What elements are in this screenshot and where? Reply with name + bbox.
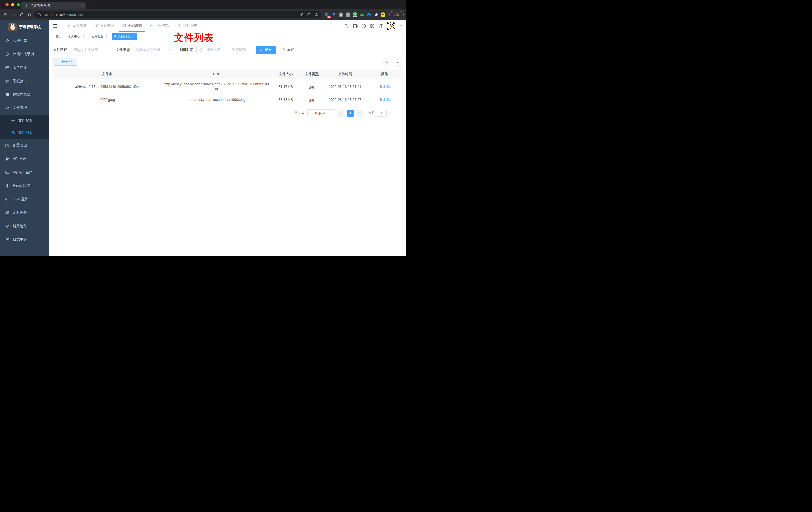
search-button[interactable]: 搜索 [256, 46, 276, 54]
tag-home[interactable]: 首页 [53, 33, 64, 40]
extension-puzzle-icon[interactable] [374, 12, 378, 17]
sidebar-item-java-monitor[interactable]: Java 监控 [0, 192, 49, 206]
sidebar-item-form-builder[interactable]: 表单构建 [0, 61, 49, 74]
topnav-system-management[interactable]: 系统管理 [63, 20, 90, 32]
goto-page-input[interactable] [377, 110, 386, 117]
app-logo[interactable]: 芋道管理系统 [0, 20, 49, 34]
tag-file-config[interactable]: 文件配置 [89, 33, 111, 40]
file-management-submenu: 文件配置 文件列表 [0, 115, 49, 139]
sidebar-item-mysql-monitor[interactable]: MySQL 监控 [0, 165, 49, 179]
url-host: 127.0.0.1:1024 [43, 13, 66, 17]
page-size-select[interactable]: 10条/页 [308, 110, 335, 117]
cell-file-type: jpg [299, 79, 324, 94]
back-button[interactable] [2, 11, 9, 18]
file-path-input[interactable] [70, 46, 112, 54]
user-avatar[interactable] [387, 22, 396, 30]
sidebar-item-scheduled-tasks[interactable]: 定时任务 [0, 206, 49, 219]
tag-profile[interactable]: 个人中心 [66, 33, 87, 40]
goto-page: 前往 页 [368, 110, 392, 117]
col-file-size: 文件大小 [271, 69, 299, 79]
sidebar-item-db-doc[interactable]: 数据库文档 [0, 88, 49, 101]
next-page-button[interactable] [356, 110, 364, 117]
fullscreen-icon[interactable] [370, 24, 375, 28]
site-info-icon[interactable] [37, 13, 41, 17]
sidebar-item-file-config[interactable]: 文件配置 [0, 115, 49, 127]
col-url: URL [162, 69, 272, 79]
extensions-area: 11 y [325, 12, 385, 17]
browser-toolbar: 127.0.0.1:1024/infra/file/file 11 y 更新 [0, 9, 406, 20]
sidebar-collapse-button[interactable] [49, 20, 61, 32]
password-key-icon[interactable] [299, 13, 303, 17]
share-icon[interactable] [307, 13, 311, 17]
extension-star-icon[interactable] [359, 12, 364, 17]
browser-window: 芋道管理系统 ✕ + 127.0.0.1:1024/infra/file/fil… [0, 0, 406, 256]
sidebar-item-file-management[interactable]: 文件管理 [0, 101, 49, 115]
topnav-workflow[interactable]: 工作流程 [146, 20, 173, 32]
extension-command-icon[interactable] [339, 12, 343, 17]
sidebar-item-redis-monitor[interactable]: Redis 监控 [0, 179, 49, 192]
close-icon[interactable] [105, 35, 108, 38]
cloud-download-icon [5, 106, 9, 110]
extension-gem-icon[interactable] [332, 12, 337, 17]
cell-file-name: 1000.jpeg [53, 94, 162, 105]
extension-eye-icon[interactable] [367, 12, 371, 17]
file-type-select[interactable]: 请选择文件类型 [133, 46, 175, 54]
sidebar-item-log-center[interactable]: 日志中心 [0, 233, 49, 246]
prev-page-button[interactable] [338, 110, 344, 117]
delete-button[interactable]: 删除 [379, 84, 390, 89]
forward-button[interactable] [10, 11, 17, 18]
toggle-search-button[interactable] [383, 58, 391, 66]
font-size-icon[interactable] [378, 24, 383, 28]
topnav-infrastructure[interactable]: 基础设施 [119, 20, 145, 32]
end-date-placeholder: 结束日期 [229, 48, 249, 52]
timer-icon [5, 211, 9, 215]
help-icon[interactable] [361, 24, 366, 28]
delete-button[interactable]: 删除 [379, 97, 390, 102]
cell-file-size: 33.33 KB [271, 94, 299, 105]
extension-v-icon[interactable]: y [353, 12, 357, 17]
sidebar-item-code-gen[interactable]: 代码生成 [0, 34, 49, 48]
caret-down-icon[interactable] [400, 24, 403, 27]
search-icon[interactable] [344, 24, 349, 28]
reset-button[interactable]: 重置 [278, 46, 298, 54]
chevron-down-icon [42, 157, 46, 160]
close-window-button[interactable] [5, 3, 9, 6]
total-count: 共 2 条 [294, 111, 304, 115]
sidebar-item-file-list[interactable]: 文件列表 [0, 127, 49, 139]
browser-menu-icon[interactable] [401, 13, 401, 17]
extension-emoji-icon[interactable] [381, 12, 385, 17]
sidebar-item-config-management[interactable]: 配置管理 [0, 139, 49, 152]
zoom-window-button[interactable] [17, 3, 20, 6]
sidebar-item-code-demo[interactable]: 代码生成示例 [0, 48, 49, 61]
sidebar-item-tracing[interactable]: 链路追踪 [0, 219, 49, 233]
bookmark-star-icon[interactable] [315, 13, 319, 17]
sidebar-item-api-log[interactable]: API 日志 [0, 152, 49, 165]
date-range-picker[interactable]: 开始日期 - 结束日期 [196, 46, 251, 54]
sidebar-menu: 代码生成 代码生成示例 表单构建 系统接口 数据库文档 文件管理 文件配置 文件… [0, 34, 49, 256]
refresh-table-button[interactable] [394, 58, 402, 66]
close-icon[interactable] [132, 35, 135, 38]
minimize-window-button[interactable] [11, 3, 14, 6]
extension-tabs-icon[interactable]: 11 [325, 12, 329, 17]
home-button[interactable] [26, 11, 33, 18]
new-tab-button[interactable]: + [90, 2, 92, 8]
address-bar[interactable]: 127.0.0.1:1024/infra/file/file [34, 11, 321, 18]
extension-dot-icon[interactable] [346, 12, 350, 17]
sidebar-item-system-api[interactable]: 系统接口 [0, 74, 49, 88]
topnav-payment-management[interactable]: 支付管理 [91, 20, 118, 32]
reload-button[interactable] [19, 11, 25, 18]
upload-file-button[interactable]: 上传文件 [53, 58, 77, 65]
top-navigation: 系统管理 支付管理 基础设施 工作流程 统计报表 [63, 20, 201, 32]
chevron-down-icon [330, 112, 333, 115]
browser-tab[interactable]: 芋道管理系统 ✕ [21, 2, 86, 9]
page-number-current[interactable]: 1 [347, 110, 354, 117]
topnav-statistics-report[interactable]: 统计报表 [174, 20, 201, 32]
tab-close-icon[interactable]: ✕ [80, 4, 84, 7]
url-text: 127.0.0.1:1024/infra/file/file [43, 13, 296, 17]
tag-file-list[interactable]: 文件列表 [112, 33, 137, 40]
plus-icon [57, 60, 60, 63]
close-icon[interactable] [82, 35, 85, 38]
github-icon[interactable] [352, 24, 358, 29]
cell-url: http://test.yudao.iocoder.cn/1000.jpeg [162, 94, 272, 105]
browser-update-button[interactable]: 更新 [389, 11, 404, 18]
